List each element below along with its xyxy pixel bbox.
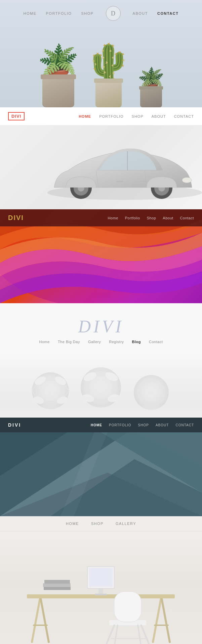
- svg-rect-51: [89, 568, 113, 587]
- nav-home-s3[interactable]: Home: [108, 216, 118, 220]
- svg-rect-49: [44, 580, 70, 584]
- nav-contact-s2[interactable]: CONTACT: [174, 114, 194, 118]
- svg-line-41: [40, 597, 49, 642]
- wedding-content: DIVI Home The Big Day Gallery Registry B…: [0, 303, 202, 344]
- nav-shop-s3[interactable]: Shop: [147, 216, 156, 220]
- nav-links-s5: HOME PORTFOLIO SHOP ABOUT CONTACT: [91, 423, 194, 427]
- svg-rect-9: [116, 181, 123, 182]
- section-car: DIVI HOME PORTFOLIO SHOP ABOUT CONTACT: [0, 107, 202, 209]
- svg-point-22: [148, 389, 155, 396]
- section-plants: HOME PORTFOLIO SHOP D ABOUT CONTACT 🪴 🌵 …: [0, 0, 202, 107]
- nav-gallery-s6[interactable]: GALLERY: [116, 522, 136, 526]
- svg-line-40: [32, 597, 40, 642]
- nav-shop-s1[interactable]: SHOP: [81, 11, 93, 15]
- nav-contact-s1[interactable]: CONTACT: [157, 11, 178, 15]
- nav-portfolio-s5[interactable]: PORTFOLIO: [109, 423, 131, 427]
- svg-rect-47: [44, 587, 71, 590]
- svg-point-14: [46, 387, 54, 395]
- svg-rect-52: [98, 588, 103, 594]
- header-car: DIVI HOME PORTFOLIO SHOP ABOUT CONTACT: [0, 107, 202, 125]
- svg-line-44: [161, 597, 170, 642]
- nav-plants: HOME PORTFOLIO SHOP D ABOUT CONTACT: [0, 0, 202, 27]
- svg-rect-53: [95, 594, 107, 595]
- nav-gallery-s4[interactable]: Gallery: [88, 340, 101, 344]
- nav-home-s6[interactable]: HOME: [66, 522, 79, 526]
- nav-blog-s4[interactable]: Blog: [132, 340, 141, 344]
- section-geometric: DIVI HOME PORTFOLIO SHOP ABOUT CONTACT: [0, 418, 202, 516]
- wedding-title: DIVI: [0, 317, 202, 336]
- car-svg: [34, 130, 202, 208]
- nav-contact-s4[interactable]: Contact: [149, 340, 163, 344]
- nav-wedding: Home The Big Day Gallery Registry Blog C…: [0, 340, 202, 344]
- car-image: [0, 125, 202, 209]
- section-colorful: DIVI Home Portfolio Shop About Contact: [0, 209, 202, 303]
- pot-left: [42, 78, 74, 107]
- svg-line-43: [153, 597, 161, 642]
- fade-top: [0, 351, 202, 371]
- nav-home-s4[interactable]: Home: [39, 340, 50, 344]
- nav-contact-s3[interactable]: Contact: [180, 216, 194, 220]
- nav-home-s5[interactable]: HOME: [91, 423, 102, 427]
- logo-circle-s1[interactable]: D: [106, 6, 121, 21]
- section-wedding: DIVI Home The Big Day Gallery Registry B…: [0, 303, 202, 418]
- nav-car: HOME PORTFOLIO SHOP ABOUT CONTACT: [79, 114, 194, 118]
- nav-shop-s6[interactable]: SHOP: [91, 522, 104, 526]
- roses-image: [0, 351, 202, 418]
- plant-right: 🪴: [137, 68, 165, 107]
- geometric-svg: [0, 432, 202, 516]
- svg-line-59: [114, 625, 118, 644]
- fade-bottom: [0, 404, 202, 418]
- nav-about-s1[interactable]: ABOUT: [133, 11, 148, 15]
- nav-portfolio-s1[interactable]: PORTFOLIO: [46, 11, 72, 15]
- svg-line-58: [141, 625, 150, 644]
- nav-contact-s5[interactable]: CONTACT: [175, 423, 194, 427]
- svg-line-60: [138, 625, 141, 644]
- geometric-image: [0, 432, 202, 516]
- section-desk: HOME SHOP GALLERY: [0, 516, 202, 644]
- nav-registry-s4[interactable]: Registry: [109, 340, 124, 344]
- nav-home-s2[interactable]: HOME: [79, 114, 91, 118]
- svg-point-8: [182, 177, 192, 183]
- nav-about-s2[interactable]: ABOUT: [152, 114, 166, 118]
- svg-rect-48: [43, 583, 71, 587]
- svg-rect-56: [114, 592, 141, 622]
- divi-logo-s5: DIVI: [8, 422, 21, 428]
- plant-center: 🌵: [84, 45, 132, 107]
- nav-about-s5[interactable]: ABOUT: [156, 423, 169, 427]
- desk-svg: [0, 538, 202, 644]
- nav-bigday-s4[interactable]: The Big Day: [58, 340, 80, 344]
- nav-home-s1[interactable]: HOME: [24, 11, 37, 15]
- nav-desk: HOME SHOP GALLERY: [0, 516, 202, 531]
- desk-image: [0, 531, 202, 644]
- plants-display: 🪴 🌵 🪴: [0, 45, 202, 107]
- plant-left: 🪴: [37, 46, 79, 107]
- divi-logo-s3: DIVI: [8, 214, 24, 222]
- nav-links-s3: Home Portfolio Shop About Contact: [108, 216, 194, 220]
- svg-rect-10: [140, 181, 147, 182]
- nav-portfolio-s2[interactable]: PORTFOLIO: [99, 114, 123, 118]
- divi-logo-s2[interactable]: DIVI: [8, 112, 25, 120]
- pot-right: [140, 89, 162, 107]
- nav-colorful: DIVI Home Portfolio Shop About Contact: [0, 209, 202, 226]
- svg-line-57: [106, 625, 114, 644]
- nav-about-s3[interactable]: About: [163, 216, 173, 220]
- svg-point-18: [96, 383, 105, 392]
- nav-portfolio-s3[interactable]: Portfolio: [125, 216, 140, 220]
- nav-geometric: DIVI HOME PORTFOLIO SHOP ABOUT CONTACT: [0, 418, 202, 432]
- plant-center-icon: 🌵: [84, 45, 132, 84]
- nav-shop-s5[interactable]: SHOP: [138, 423, 149, 427]
- pot-center: [95, 82, 122, 107]
- nav-shop-s2[interactable]: SHOP: [132, 114, 144, 118]
